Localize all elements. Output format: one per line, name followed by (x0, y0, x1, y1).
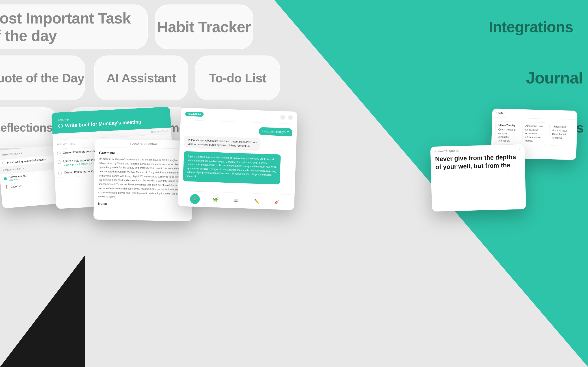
nav-icon-guitar[interactable]: 🎸 (272, 197, 283, 207)
tile-quote-of-day[interactable]: Quote of the Day (0, 56, 85, 100)
chat-body: How can I help you? Vulputate penatibus … (178, 120, 297, 190)
task-check-3[interactable] (58, 171, 62, 175)
habit-checkbox-done[interactable] (4, 177, 7, 180)
card-quote: TODAY'S QUOTE ∧ Never give from the dept… (430, 144, 526, 212)
ai-response-short: Vulputate penatibus justo turpis nisi qu… (184, 136, 261, 151)
task-check-2[interactable] (57, 160, 61, 164)
nav-icon-walk[interactable]: 🚶 (190, 194, 200, 204)
task-checkbox[interactable] (2, 161, 6, 165)
nav-icon-leaf[interactable]: 🌿 (210, 195, 221, 205)
nav-icon-book[interactable]: 📖 (231, 195, 241, 206)
tile-mit[interactable]: Most Important Task of the day (0, 4, 148, 49)
task-check-1[interactable] (57, 151, 61, 155)
chatgpt-badge: CHATGPT-3 (185, 112, 204, 117)
tile-ai-assistant[interactable]: AI Assistant (94, 56, 188, 100)
ai-response-long: Egestas facilisis posuere risus mauris a… (183, 151, 281, 185)
journal-entry-1: 10 May Tuesday Quam ultrices at quisque … (495, 121, 519, 145)
nav-icon-pen[interactable]: ✏️ (252, 196, 262, 206)
tile-reflections[interactable]: Reflections (0, 108, 58, 148)
card-ai-chat: CHATGPT-3 ⚙ ⤢ How can I help you? Vulput… (177, 108, 297, 210)
tile-habit-tracker[interactable]: Habit Tracker (155, 4, 253, 49)
tile-todo-list[interactable]: To-do List (195, 56, 280, 100)
chat-icon-expand[interactable]: ⤢ (288, 115, 293, 120)
user-message-bubble: How can I help you? (259, 127, 293, 136)
chat-header-icons: ⚙ ⤢ (280, 115, 293, 120)
journal-entry-2: At tristique porta lacus, lacus Accumsan… (522, 122, 546, 146)
tile-journal[interactable]: Journal (516, 56, 588, 100)
chat-icon-settings[interactable]: ⚙ (280, 115, 285, 120)
quote-decoration (497, 144, 526, 190)
journal-entry-3: Ultrices quis rhoncus lacus, laoreet ame… (549, 123, 573, 146)
lifetab-logo: Lifetab (496, 111, 505, 115)
task-circle-icon (58, 124, 63, 128)
tile-integrations[interactable]: Integrations (469, 4, 588, 49)
